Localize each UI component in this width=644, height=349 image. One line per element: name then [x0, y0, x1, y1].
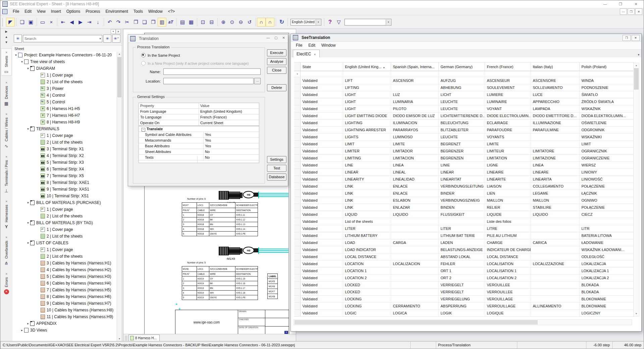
translation-row[interactable]: Validated LIGHT LUMINARIA LEUCHTE LUMINA…	[294, 98, 634, 105]
toolbar-button[interactable]: ▥	[158, 18, 166, 27]
column-header[interactable]: German (Germany)	[438, 62, 485, 71]
toolbar-button[interactable]: ❑	[140, 18, 149, 27]
translation-row[interactable]: Validated LIQUID LIQUIDO FLUSSIGKEIT LIQ…	[294, 211, 634, 218]
tree-item[interactable]: 3D Views	[12, 327, 117, 334]
filter-add-button[interactable]: ✳⁺	[112, 35, 120, 43]
translation-row[interactable]: Validated LINE LINEA LINIE LIGNE LINEA W…	[294, 162, 634, 169]
filter-settings-button[interactable]: ✳	[14, 35, 22, 43]
tree-item[interactable]: 9 | Cables by Harness (Harness:H7)	[12, 300, 117, 307]
panel-menu-icon[interactable]: ▼	[111, 29, 116, 34]
tree-item[interactable]: 6 | Terminal Strip: X4	[12, 166, 117, 172]
tree-item[interactable]: TERMINALS	[12, 126, 117, 132]
translation-row[interactable]: Validated LIGHTNING ARRESTER PARARRAYOS …	[294, 127, 634, 134]
tree-item[interactable]: 11 | Cables by Harness (Harness:H9)	[12, 313, 117, 320]
connector-2[interactable]	[219, 247, 229, 255]
toolbar-button[interactable]	[217, 18, 218, 26]
settings-row[interactable]: −From Language English (United Kingdom)	[139, 109, 259, 114]
tree-item[interactable]: 1 | Cover page	[12, 72, 117, 79]
minimize-button[interactable]: —	[597, 0, 613, 8]
column-header[interactable]: State	[300, 62, 343, 71]
tree-expand-icon[interactable]	[26, 322, 30, 325]
tree-expand-icon[interactable]	[20, 329, 24, 332]
tree-expand-icon[interactable]	[14, 53, 18, 57]
translation-row[interactable]: Validated List of the sheets Liste des f…	[294, 218, 634, 225]
tree-scrollbar[interactable]: ▲ ▼	[117, 52, 122, 341]
toolbar-button[interactable]	[37, 18, 37, 26]
tree-item[interactable]: 6 | Harness H1-H5	[12, 105, 117, 112]
toolbar-button[interactable]: ↷	[114, 18, 123, 27]
toolbar-button[interactable]	[104, 18, 104, 26]
column-header[interactable]: Italian (Italy)	[531, 62, 579, 71]
close-panel-icon[interactable]	[5, 80, 8, 85]
translation-row[interactable]: Validated LIFT ASCENSOR AUFZUG ASCENSEUR…	[294, 77, 634, 84]
scrollbar-thumb[interactable]	[634, 68, 639, 90]
column-header[interactable]: Spanish (Spain, Interna...	[391, 62, 438, 71]
toolbar-button[interactable]: ∩	[266, 18, 274, 27]
tree-item[interactable]: 7 | Cables by Harness (Harness:H5)	[12, 287, 117, 293]
scrollbar-thumb[interactable]	[294, 320, 538, 325]
dialog-close-icon[interactable]: ✕	[282, 36, 285, 40]
sidebar-tab[interactable]: Devices ▦	[1, 79, 11, 107]
settings-button[interactable]: Settings	[267, 156, 286, 163]
toolbar-button[interactable]: English (United Kingdom)	[290, 19, 321, 26]
toolbar-button[interactable]: ▣	[26, 18, 35, 27]
translation-row[interactable]: Validated LIGHT LUZ LICHT LUMIERE LUCE Ś…	[294, 91, 634, 98]
tree-item[interactable]: 5 | Control	[12, 99, 117, 105]
toolbar-button[interactable]	[197, 18, 197, 26]
tree-item[interactable]: 1 | Cover page	[12, 206, 117, 213]
translation-row[interactable]: Validated LOCKING VERRIEGELUNG VEROUILLA…	[294, 296, 634, 303]
close-panel-icon[interactable]	[5, 235, 8, 239]
toolbar-button[interactable]: ⊙	[228, 18, 236, 27]
tree-item[interactable]: Tree view of sheets	[12, 58, 117, 65]
scroll-up-icon[interactable]: ▲	[634, 63, 639, 68]
scroll-down-icon[interactable]: ▼	[117, 337, 122, 341]
translation-row[interactable]: Validated LOCKED VERRIEGELT VERROUILLEE …	[294, 289, 634, 296]
same-project-option[interactable]: In the Same Project	[141, 53, 180, 57]
sidebar-tab[interactable]: Harnesses Y	[1, 198, 11, 231]
toolbar-button[interactable]: ↓	[94, 18, 102, 27]
translation-row[interactable]: Validated LIGHT PILOTO LEUCHTE VOYANT LA…	[294, 105, 634, 112]
translation-row[interactable]: Validated LITER LITER LITRE LITR	[294, 225, 634, 232]
toolbar-button[interactable]: ?	[326, 18, 334, 27]
tree-item[interactable]: 5 | Cables by Harness (Harness:H3)	[12, 273, 117, 280]
menu-item[interactable]: Options	[64, 8, 83, 15]
tree-expand-icon[interactable]	[20, 60, 24, 63]
menu-item[interactable]: Environment	[103, 8, 131, 15]
location-field[interactable]	[163, 78, 254, 84]
toolbar-grip[interactable]	[2, 18, 5, 27]
scroll-down-icon[interactable]: ▼	[634, 311, 639, 316]
tree-item[interactable]: 7 | Harness H6-H7	[12, 112, 117, 119]
close-button[interactable]: Close	[267, 67, 286, 74]
toolbar-button[interactable]: ✂	[123, 18, 131, 27]
translation-row[interactable]: Validated LIGHT EMITTING DIODE DIODO EMI…	[294, 112, 634, 119]
tree-expand-icon[interactable]	[26, 221, 30, 225]
toolbar-button[interactable]: ⊟	[207, 18, 216, 27]
translation-row[interactable]: Validated LOAD CARGA LADEN CHARGE CARICA…	[294, 239, 634, 246]
close-panel-icon[interactable]	[5, 154, 8, 159]
delete-button[interactable]: Delete	[267, 84, 286, 91]
settings-row[interactable]: −Sheet Attributes No	[139, 149, 259, 155]
toolbar-button[interactable]	[255, 18, 256, 26]
execute-button[interactable]: Execute	[267, 49, 286, 56]
filter-apply-button[interactable]: ✳	[103, 35, 111, 43]
translation-row[interactable]: Validated LOCATION LOCALIZACION FEHLER L…	[294, 260, 634, 267]
panel-close-icon[interactable]: ✕	[116, 29, 121, 34]
sidebar-tab[interactable]: Sheets ▭	[1, 48, 12, 76]
toolbar-button[interactable]: ⊕	[219, 18, 228, 27]
panel-scroll-up-icon[interactable]: ▲	[3, 34, 10, 40]
menu-item[interactable]: Insert	[48, 8, 64, 15]
tree-item[interactable]: 1 | Cover page	[12, 226, 117, 233]
tree-item[interactable]: 2 | List of the sheets	[12, 233, 117, 240]
sheet-window-icon[interactable]	[2, 9, 7, 14]
dialog-title-bar[interactable]: Translation — ▢ ✕	[128, 35, 288, 43]
toolbar-button[interactable]: ▽	[334, 18, 343, 27]
settings-row[interactable]: −Symbol and Cable Attributes Yes	[139, 132, 259, 138]
menu-item[interactable]: File	[293, 42, 305, 48]
seetranslation-title-bar[interactable]: SeeTranslation ❐ ✕	[291, 34, 641, 42]
translation-row[interactable]: Validated LOCAL DISTANCE ABSTAND LOKAL L…	[294, 253, 634, 260]
toolbar-button[interactable]	[287, 18, 288, 26]
tree-item[interactable]: 3 | Power	[12, 85, 117, 92]
close-button[interactable]: ✕	[628, 0, 644, 8]
new-project-option[interactable]: In a New Project (only if active project…	[141, 61, 249, 65]
child-restore-button[interactable]: ❐	[628, 8, 635, 15]
